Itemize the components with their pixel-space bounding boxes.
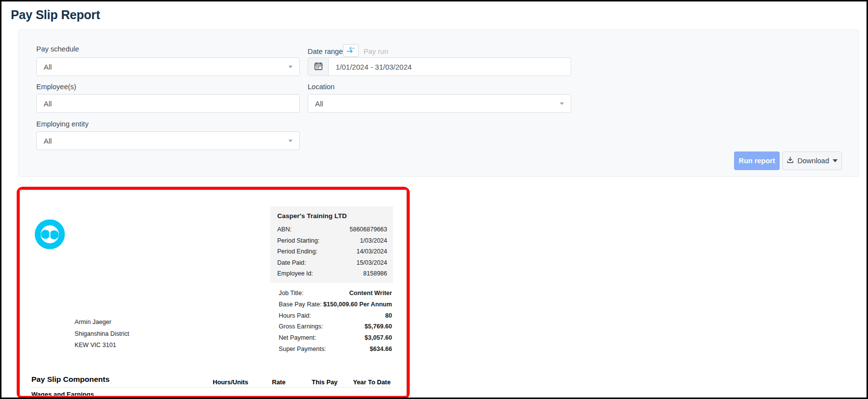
column-hours-units: Hours/Units (212, 378, 248, 386)
date-range-field[interactable] (308, 57, 571, 76)
pay-schedule-select[interactable]: All (36, 57, 300, 76)
company-name: Casper's Training LTD (277, 212, 387, 220)
row-value: 1/03/2024 (360, 237, 387, 244)
calendar-icon (314, 62, 323, 72)
row-value: 58606879663 (350, 226, 387, 233)
row-label: Gross Earnings: (279, 324, 323, 330)
download-button[interactable]: Download (782, 151, 842, 170)
row-value: Content Writer (349, 290, 392, 297)
employing-entity-value: All (37, 137, 289, 145)
row-label: Hours Paid: (279, 313, 311, 320)
row-value: 80 (385, 313, 392, 320)
company-info-box: Casper's Training LTD ABN: 58606879663 P… (270, 206, 393, 283)
row-label: Super Payments: (279, 346, 326, 353)
row-label: ABN: (277, 226, 291, 233)
pay-run-label: Pay run (364, 48, 388, 55)
employing-entity-select[interactable]: All (36, 131, 300, 150)
job-row-title: Job Title: Content Writer (279, 290, 392, 297)
download-label: Download (797, 157, 829, 165)
job-row-gross-earnings: Gross Earnings: $5,769.60 (279, 324, 392, 330)
row-label: Date Paid: (277, 259, 306, 266)
header-divider (30, 387, 391, 388)
row-label: Net Payment: (279, 335, 316, 342)
job-row-net-payment: Net Payment: $3,057.60 (279, 335, 392, 342)
location-select[interactable]: All (308, 94, 571, 113)
swap-arrows-icon (346, 46, 355, 55)
column-this-pay: This Pay (312, 378, 338, 386)
company-row-period-ending: Period Ending: 14/03/2024 (277, 248, 387, 255)
chevron-down-icon (560, 102, 564, 105)
address-line: Armin Jaeger (75, 319, 129, 325)
row-value: 14/03/2024 (356, 248, 387, 255)
run-report-button[interactable]: Run report (734, 151, 780, 170)
address-line: KEW VIC 3101 (75, 342, 129, 349)
company-row-period-starting: Period Starting: 1/03/2024 (277, 237, 387, 244)
calendar-addon (308, 58, 329, 75)
pay-schedule-value: All (37, 63, 289, 71)
company-row-abn: ABN: 58606879663 (277, 226, 387, 233)
column-year-to-date: Year To Date (353, 378, 391, 386)
employees-label: Employee(s) (36, 83, 76, 91)
row-value: 15/03/2024 (356, 259, 387, 266)
company-logo (33, 217, 66, 253)
date-range-input[interactable] (329, 63, 571, 71)
pay-schedule-label: Pay schedule (36, 45, 79, 53)
page-title: Pay Slip Report (11, 8, 100, 22)
row-label: Job Title: (279, 290, 303, 297)
components-title: Pay Slip Components (31, 375, 109, 384)
filter-panel: Pay schedule All Date range Pay run (18, 29, 859, 177)
job-summary-box: Job Title: Content Writer Base Pay Rate:… (279, 290, 392, 357)
chevron-down-icon (289, 140, 292, 142)
row-value: $3,057.60 (365, 335, 392, 342)
location-label: Location (308, 83, 335, 91)
column-rate: Rate (272, 378, 286, 386)
payslip-report-screen: Pay Slip Report Pay schedule All Date ra… (0, 0, 868, 399)
company-row-employee-id: Employee Id: 8158986 (277, 270, 387, 277)
row-value: $634.66 (369, 346, 392, 353)
address-line: Shiganshina District (75, 330, 129, 337)
date-mode-toggle-button[interactable] (343, 44, 359, 57)
payslip-highlight-box: Casper's Training LTD ABN: 58606879663 P… (17, 187, 410, 399)
row-label: Period Starting: (277, 237, 319, 244)
row-label: Period Ending: (277, 248, 317, 255)
employees-value: All (37, 100, 299, 108)
row-value: 8158986 (363, 270, 387, 277)
employees-input[interactable]: All (36, 94, 300, 113)
employee-address: Armin Jaeger Shiganshina District KEW VI… (75, 319, 129, 353)
payslip-card: Casper's Training LTD ABN: 58606879663 P… (20, 190, 407, 396)
job-row-super-payments: Super Payments: $634.66 (279, 346, 392, 353)
job-row-base-pay-rate: Base Pay Rate: $150,009.60 Per Annum (279, 301, 392, 308)
row-label: Employee Id: (277, 270, 313, 277)
employing-entity-label: Employing entity (36, 120, 88, 128)
row-value: $5,769.60 (365, 324, 392, 330)
job-row-hours-paid: Hours Paid: 80 (279, 313, 392, 320)
chevron-down-icon (289, 66, 292, 68)
download-icon (787, 156, 794, 165)
location-value: All (308, 100, 560, 108)
company-row-date-paid: Date Paid: 15/03/2024 (277, 259, 387, 266)
row-value: $150,009.60 Per Annum (323, 301, 392, 308)
chevron-down-icon (833, 159, 838, 162)
row-label: Base Pay Rate: (279, 301, 322, 308)
wages-earnings-section-title: Wages and Earnings (31, 391, 94, 396)
date-range-label: Date range (308, 48, 343, 55)
